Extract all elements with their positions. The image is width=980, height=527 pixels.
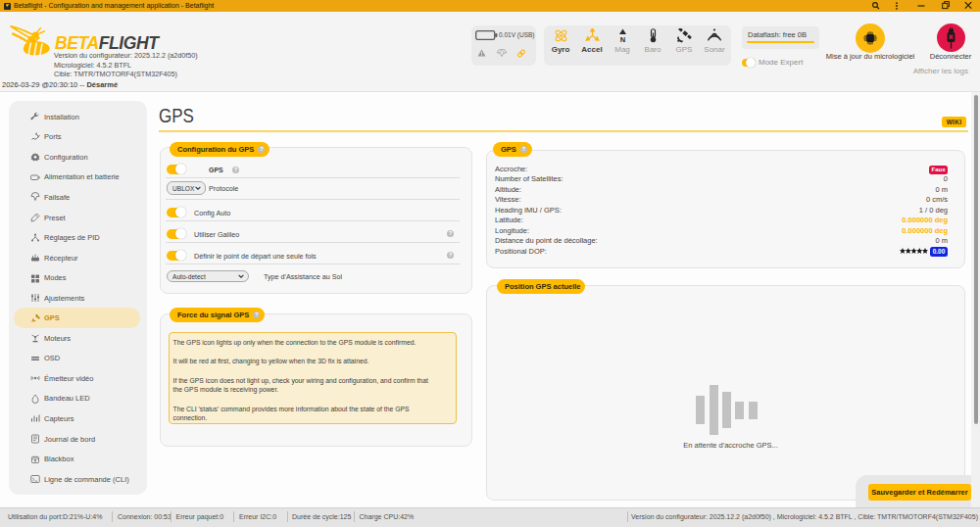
svg-text:N: N [619, 35, 624, 44]
